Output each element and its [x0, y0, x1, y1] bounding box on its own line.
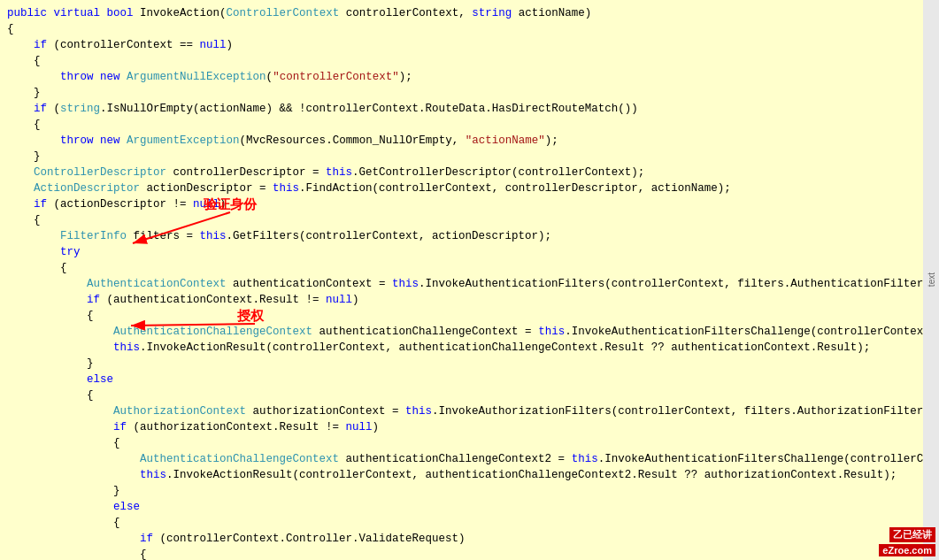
- code-line-17: {: [7, 260, 939, 276]
- code-line-19: if (authenticationContext.Result != null…: [7, 292, 939, 308]
- code-line-13: if (actionDescriptor != null): [7, 196, 939, 212]
- code-line-10: }: [7, 149, 939, 165]
- code-line-30: this.InvokeActionResult(controllerContex…: [7, 467, 939, 483]
- code-line-25: {: [7, 387, 939, 403]
- code-line-23: }: [7, 356, 939, 372]
- code-line-26: AuthorizationContext authorizationContex…: [7, 403, 939, 419]
- code-line-5: throw new ArgumentNullException("control…: [7, 69, 939, 85]
- code-line-2: {: [7, 21, 939, 37]
- code-container: public virtual bool InvokeAction(Control…: [0, 0, 939, 560]
- code-line-28: {: [7, 435, 939, 451]
- code-line-12: ActionDescriptor actionDescriptor = this…: [7, 180, 939, 196]
- code-line-21: AuthenticationChallengeContext authentic…: [7, 324, 939, 340]
- code-line-7: if (string.IsNullOrEmpty(actionName) && …: [7, 101, 939, 117]
- code-line-20: {: [7, 308, 939, 324]
- code-line-3: if (controllerContext == null): [7, 37, 939, 53]
- code-line-32: else: [7, 499, 939, 515]
- code-line-6: }: [7, 85, 939, 101]
- code-line-11: ControllerDescriptor controllerDescripto…: [7, 165, 939, 180]
- code-line-18: AuthenticationContext authenticationCont…: [7, 276, 939, 292]
- code-line-35: {: [7, 547, 939, 560]
- code-line-27: if (authorizationContext.Result != null): [7, 419, 939, 435]
- authorize-label: 授权: [237, 308, 264, 325]
- watermark-line2: eZroe.com: [879, 544, 935, 556]
- code-line-31: }: [7, 483, 939, 499]
- right-sidebar: text: [923, 0, 939, 560]
- code-line-24: else: [7, 372, 939, 387]
- code-line-4: {: [7, 53, 939, 69]
- verify-label: 验证身份: [204, 196, 257, 213]
- code-line-33: {: [7, 515, 939, 531]
- code-line-1: public virtual bool InvokeAction(Control…: [7, 5, 939, 21]
- sidebar-text: text: [927, 272, 936, 287]
- code-line-15: FilterInfo filters = this.GetFilters(con…: [7, 228, 939, 244]
- code-line-8: {: [7, 117, 939, 133]
- code-line-22: this.InvokeActionResult(controllerContex…: [7, 340, 939, 356]
- code-line-14: {: [7, 212, 939, 228]
- code-line-16: try: [7, 244, 939, 260]
- watermark-line1: 乙已经讲: [889, 527, 935, 542]
- code-line-9: throw new ArgumentException(MvcResources…: [7, 133, 939, 149]
- code-line-34: if (controllerContext.Controller.Validat…: [7, 531, 939, 547]
- watermark: 乙已经讲 eZroe.com: [879, 527, 935, 556]
- code-line-29: AuthenticationChallengeContext authentic…: [7, 451, 939, 467]
